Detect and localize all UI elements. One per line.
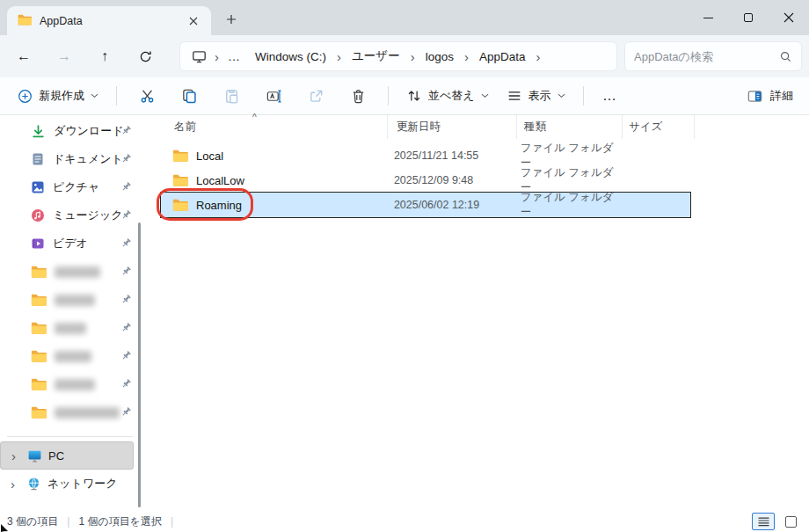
column-header-name[interactable]: ^ 名前: [161, 115, 387, 139]
address-bar[interactable]: › … Windows (C:) › ユーザー › logos › AppDat…: [179, 41, 617, 71]
new-tab-button[interactable]: [218, 6, 244, 33]
sidebar-item-label: ダウンロード: [54, 123, 124, 139]
cut-button[interactable]: [126, 82, 168, 110]
status-bar: 3 個の項目 | 1 個の項目を選択 |: [0, 511, 809, 532]
column-header-type[interactable]: 種類: [516, 115, 622, 139]
video-icon: [31, 237, 45, 251]
file-row-local[interactable]: Local 2025/11/21 14:55 ファイル フォルダー: [161, 143, 690, 168]
paste-icon: [223, 88, 240, 105]
this-pc-icon[interactable]: [184, 49, 212, 64]
sidebar-item-documents[interactable]: ドキュメント: [0, 145, 143, 173]
breadcrumb-chevron-icon[interactable]: ›: [212, 50, 222, 63]
file-type-cell: ファイル フォルダー: [514, 190, 618, 220]
refresh-icon: [139, 50, 152, 63]
command-bar: 新規作成 並べ替え 表示 … 詳細: [0, 77, 809, 115]
tab-title: AppData: [40, 15, 175, 27]
mouse-cursor: [0, 524, 9, 532]
file-name-cell: Roaming: [161, 199, 385, 212]
navigation-bar: ← → ↑ › … Windows (C:) › ユーザー › logos › …: [0, 35, 809, 77]
forward-button[interactable]: →: [47, 41, 81, 71]
breadcrumb-segment-logos[interactable]: logos: [418, 50, 462, 63]
sidebar-item-label: ミュージック: [53, 208, 123, 223]
paste-button[interactable]: [210, 82, 252, 110]
trash-icon: [350, 88, 367, 105]
breadcrumb-segment-users[interactable]: ユーザー: [344, 48, 408, 64]
maximize-button[interactable]: [728, 0, 769, 35]
column-label: 更新日時: [397, 120, 441, 135]
redacted-label: [55, 266, 100, 278]
sidebar-item-redacted[interactable]: [0, 314, 143, 342]
sidebar-item-network[interactable]: › ネットワーク: [0, 470, 134, 498]
folder-icon: [31, 322, 47, 334]
details-pane-button[interactable]: 詳細: [740, 82, 800, 110]
pin-icon: [120, 350, 132, 364]
sidebar-item-redacted[interactable]: [0, 398, 143, 426]
breadcrumb-chevron-icon[interactable]: ›: [533, 50, 543, 63]
main-content: ダウンロード ドキュメント ピクチャ ミュージック ビデオ: [0, 115, 809, 511]
rename-icon: [266, 88, 282, 105]
sort-button[interactable]: 並べ替え: [397, 82, 498, 110]
sidebar-item-redacted[interactable]: [0, 258, 143, 286]
download-icon: [31, 124, 46, 139]
expander-chevron-icon[interactable]: ›: [11, 477, 20, 491]
sidebar-scrollbar[interactable]: [138, 222, 141, 507]
rename-button[interactable]: [252, 82, 295, 110]
expander-chevron-icon[interactable]: ›: [11, 449, 21, 463]
view-toggles: [752, 513, 802, 530]
search-box[interactable]: [624, 41, 802, 71]
breadcrumb-overflow[interactable]: …: [222, 49, 247, 63]
file-list-pane: ^ 名前 更新日時 種類 サイズ Local 2025/11/21 14:55 …: [143, 115, 809, 511]
tab-close-icon[interactable]: [183, 11, 204, 32]
breadcrumb-segment-appdata[interactable]: AppData: [471, 50, 534, 63]
tab-appdata[interactable]: AppData: [7, 6, 211, 35]
share-button[interactable]: [295, 82, 337, 110]
search-input[interactable]: [634, 50, 779, 63]
minimize-icon: [703, 18, 713, 18]
minimize-button[interactable]: [688, 0, 728, 35]
item-count: 3 個の項目: [7, 514, 58, 529]
folder-icon: [172, 199, 188, 211]
breadcrumb-segment-windows-c[interactable]: Windows (C:): [247, 50, 334, 63]
details-pane-label: 詳細: [770, 88, 793, 104]
status-separator: |: [171, 515, 173, 528]
pin-icon: [120, 125, 132, 139]
details-view-toggle[interactable]: [752, 513, 775, 530]
close-button[interactable]: [769, 0, 809, 35]
sidebar-item-music[interactable]: ミュージック: [0, 201, 143, 230]
file-modified-cell: 2025/06/02 12:19: [385, 199, 514, 211]
copy-button[interactable]: [168, 82, 210, 110]
file-rows: Local 2025/11/21 14:55 ファイル フォルダー LocalL…: [161, 143, 809, 217]
breadcrumb-chevron-icon[interactable]: ›: [462, 50, 471, 63]
network-icon: [26, 477, 41, 492]
breadcrumb-chevron-icon[interactable]: ›: [334, 50, 344, 63]
file-row-roaming[interactable]: Roaming 2025/06/02 12:19 ファイル フォルダー: [161, 193, 690, 217]
view-button[interactable]: 表示: [498, 82, 574, 110]
sidebar-item-pc[interactable]: › PC: [0, 441, 134, 470]
pictures-icon: [31, 180, 45, 194]
sidebar-item-redacted[interactable]: [0, 370, 143, 398]
column-label: サイズ: [629, 120, 662, 135]
pin-icon: [120, 181, 132, 195]
chevron-down-icon: [91, 93, 98, 98]
delete-button[interactable]: [337, 82, 379, 110]
up-button[interactable]: ↑: [88, 41, 121, 71]
sidebar-item-pictures[interactable]: ピクチャ: [0, 173, 143, 201]
redacted-label: [55, 407, 120, 419]
column-header-size[interactable]: サイズ: [622, 115, 695, 139]
sidebar-item-videos[interactable]: ビデオ: [0, 230, 143, 258]
sidebar-item-redacted[interactable]: [0, 286, 143, 314]
more-options-button[interactable]: …: [593, 82, 628, 110]
folder-icon: [172, 174, 188, 186]
sidebar-item-redacted[interactable]: [0, 342, 143, 370]
back-button[interactable]: ←: [7, 41, 40, 71]
sidebar-item-downloads[interactable]: ダウンロード: [0, 117, 143, 145]
new-button-label: 新規作成: [39, 88, 84, 104]
pin-icon: [120, 294, 132, 308]
column-header-modified[interactable]: 更新日時: [387, 115, 516, 139]
column-label: 名前: [174, 120, 196, 135]
file-row-locallow[interactable]: LocalLow 2025/12/09 9:48 ファイル フォルダー: [161, 168, 690, 193]
refresh-button[interactable]: [128, 41, 162, 71]
breadcrumb-chevron-icon[interactable]: ›: [408, 50, 418, 63]
large-icons-view-toggle[interactable]: [781, 513, 800, 530]
new-button[interactable]: 新規作成: [9, 82, 107, 110]
